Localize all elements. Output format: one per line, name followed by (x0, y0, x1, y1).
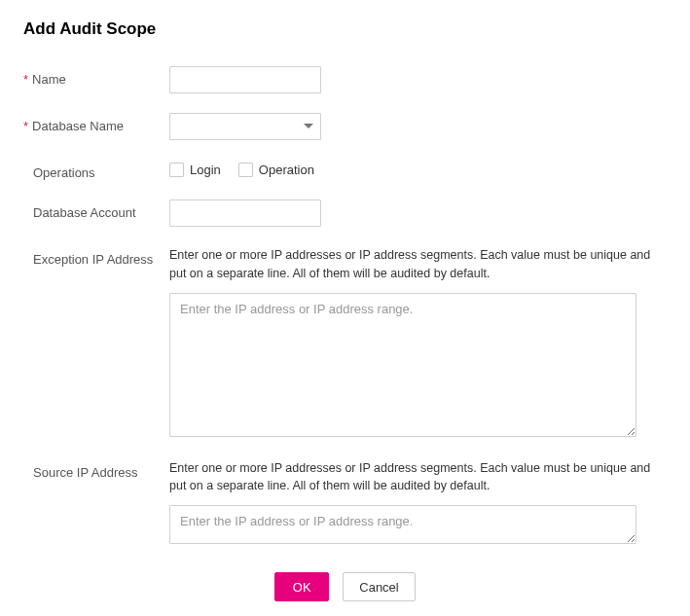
page-title: Add Audit Scope (23, 19, 667, 39)
label-source-ip-text: Source IP Address (33, 465, 137, 480)
label-database-name-text: Database Name (32, 119, 124, 133)
operations-checkbox-group: Login Operation (169, 160, 667, 177)
exception-ip-helper: Enter one or more IP addresses or IP add… (169, 246, 667, 283)
database-name-select[interactable] (169, 113, 321, 140)
ok-button[interactable]: OK (274, 572, 329, 601)
row-database-account: Database Account (23, 199, 667, 227)
label-name-text: Name (32, 72, 66, 87)
row-name: *Name (23, 66, 667, 93)
row-operations: Operations Login Operation (23, 160, 667, 180)
add-audit-scope-form: *Name *Database Name Operations (23, 66, 667, 547)
database-account-input[interactable] (169, 199, 321, 227)
source-ip-helper: Enter one or more IP addresses or IP add… (169, 459, 667, 496)
checkbox-operation[interactable]: Operation (238, 163, 314, 177)
source-ip-textarea[interactable] (169, 505, 636, 544)
label-exception-ip: Exception IP Address (23, 246, 169, 267)
label-name: *Name (23, 66, 169, 87)
label-exception-ip-text: Exception IP Address (33, 252, 153, 267)
row-database-name: *Database Name (23, 113, 667, 140)
checkbox-operation-label: Operation (259, 163, 314, 177)
exception-ip-textarea[interactable] (169, 293, 636, 437)
cancel-button[interactable]: Cancel (343, 572, 415, 601)
name-input[interactable] (169, 66, 321, 93)
checkbox-icon (238, 163, 253, 177)
row-source-ip: Source IP Address Enter one or more IP a… (23, 459, 667, 548)
label-database-account: Database Account (23, 199, 169, 220)
checkbox-login-label: Login (190, 163, 221, 177)
required-star-icon: * (23, 72, 28, 87)
chevron-down-icon (297, 124, 320, 129)
label-database-name: *Database Name (23, 113, 169, 133)
label-operations: Operations (23, 160, 169, 180)
required-star-icon: * (23, 119, 28, 133)
label-operations-text: Operations (33, 165, 95, 180)
dialog-buttons: OK Cancel (23, 572, 667, 601)
label-source-ip: Source IP Address (23, 459, 169, 480)
row-exception-ip: Exception IP Address Enter one or more I… (23, 246, 667, 440)
label-database-account-text: Database Account (33, 205, 136, 220)
checkbox-icon (169, 163, 184, 177)
checkbox-login[interactable]: Login (169, 163, 221, 177)
